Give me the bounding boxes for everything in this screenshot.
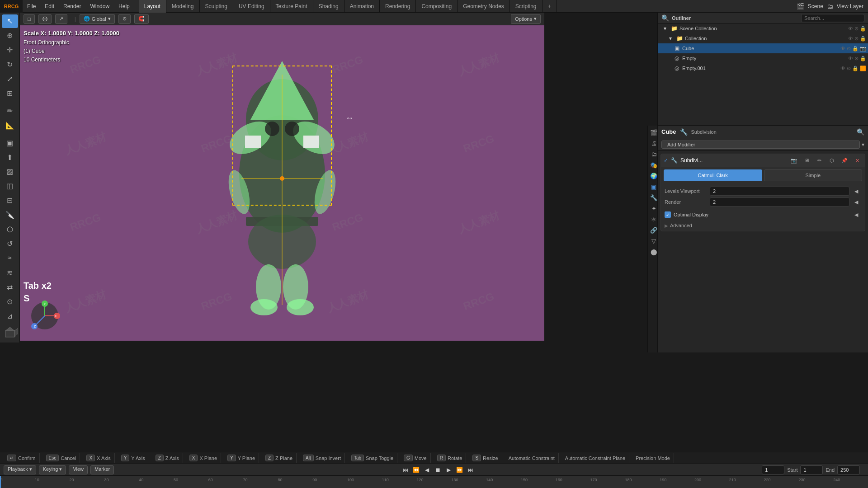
status-auto-constraint[interactable]: Automatic Constraint [505,453,559,463]
status-rotate[interactable]: R Rotate [434,453,467,463]
status-x-axis[interactable]: X X Axis [83,453,114,463]
shear-tool[interactable]: ⊿ [2,309,18,323]
outliner-collection[interactable]: ▾ 📁 Collection 👁 ⊙ 🔒 [658,33,868,43]
view-menu[interactable]: View [69,465,88,474]
simple-btn[interactable]: Simple [764,169,863,181]
cursor-btn[interactable]: ⨁ [38,14,52,24]
modifier-cage-btn[interactable]: ⬡ [827,156,837,165]
select-tool[interactable]: ↖ [2,14,18,28]
workspace-geometry-nodes[interactable]: Geometry Nodes [458,0,510,13]
current-frame-input[interactable]: 1 [762,465,784,474]
3d-viewport[interactable]: RRCG人人素材RRCG人人素材 人人素材RRCG人人素材RRCG RRCG人人… [20,25,544,341]
select-box-btn[interactable]: □ [24,14,35,24]
play-btn[interactable]: ▶ [444,465,453,474]
workspace-uv-editing[interactable]: UV Editing [233,0,270,13]
inset-tool[interactable]: ▨ [2,165,18,178]
options-btn[interactable]: Options ▾ [511,14,541,24]
snap-btn[interactable]: 🧲 [134,14,149,24]
measure-tool[interactable]: 📐 [2,118,18,132]
shrink-flatten-tool[interactable]: ⊙ [2,295,18,308]
play-reverse-btn[interactable]: ◀ [423,465,432,474]
cursor-tool[interactable]: ⊕ [2,29,18,42]
workspace-rendering[interactable]: Rendering [380,0,416,13]
transform-tool[interactable]: ⊞ [2,87,18,100]
catmull-clark-btn[interactable]: Catmull-Clark [664,169,762,181]
modifier-close-btn[interactable]: ✕ [852,156,862,165]
levels-viewport-value[interactable]: 2 [710,187,849,196]
nav-gizmo[interactable]: X Y Z [29,300,61,332]
outliner-empty[interactable]: ◎ Empty 👁 ⊙ 🔒 [658,53,868,63]
optimal-display-checkbox[interactable]: ✓ [665,211,671,218]
extrude-tool[interactable]: ⬆ [2,150,18,164]
spin-tool[interactable]: ↺ [2,237,18,251]
status-x-plane[interactable]: X X Plane [186,453,221,463]
scale-tool[interactable]: ⤢ [2,72,18,86]
workspace-shading[interactable]: Shading [313,0,344,13]
status-y-axis[interactable]: Y Y Axis [118,453,149,463]
add-cube-tool[interactable]: ▣ [2,136,18,150]
menu-help[interactable]: Help [114,0,134,13]
stop-btn[interactable]: ⏹ [434,465,443,474]
workspace-animation[interactable]: Animation [344,0,380,13]
render-level-value[interactable]: 2 [710,197,849,206]
status-snap-toggle[interactable]: Tab Snap Toggle [348,453,397,463]
jump-start-btn[interactable]: ⏮ [401,465,410,474]
jump-end-btn[interactable]: ⏭ [466,465,475,474]
move-tool[interactable]: ✛ [2,43,18,57]
slide-relax-tool[interactable]: ⇄ [2,280,18,294]
loop-cut-tool[interactable]: ⊟ [2,194,18,207]
menu-window[interactable]: Window [85,0,114,13]
outliner-scene-collection[interactable]: ▾ 📁 Scene Collection 👁 ⊙ 🔒 [658,23,868,33]
end-frame-input[interactable]: 250 [837,465,860,474]
status-auto-constraint-plane[interactable]: Automatic Constraint Plane [561,453,629,463]
prop-search-icon[interactable]: 🔍 [857,128,864,136]
modifier-edit-btn[interactable]: ✏ [814,156,824,165]
status-snap-invert[interactable]: Alt Snap Invert [299,453,345,463]
status-z-plane[interactable]: Z Z Plane [262,453,297,463]
workspace-scripting[interactable]: Scripting [510,0,542,13]
keying-menu[interactable]: Keying ▾ [39,465,66,474]
status-z-axis[interactable]: Z Z Axis [152,453,183,463]
menu-render[interactable]: Render [59,0,85,13]
menu-edit[interactable]: Edit [40,0,59,13]
randomize-tool[interactable]: ≋ [2,266,18,279]
proportional-edit-btn[interactable]: ⊙ [118,14,131,24]
step-back-btn[interactable]: ⏪ [412,465,421,474]
levels-viewport-expand[interactable]: ◀ [851,187,861,196]
status-confirm[interactable]: ↵ Confirm [4,453,40,463]
nav-cube[interactable] [2,324,18,341]
global-transform-btn[interactable]: 🌐 Global ▾ [80,14,115,24]
add-modifier-button[interactable]: Add Modifier [661,141,860,149]
smooth-tool[interactable]: ≈ [2,251,18,265]
workspace-sculpting[interactable]: Sculpting [200,0,233,13]
render-level-expand[interactable]: ◀ [851,197,861,206]
status-cancel[interactable]: Esc Cancel [42,453,80,463]
outliner-search[interactable] [801,14,864,22]
status-precision-mode[interactable]: Precision Mode [632,453,674,463]
modifier-render-btn[interactable]: 🖥 [802,156,811,165]
modifier-pin-btn[interactable]: 📌 [840,156,849,165]
advanced-row[interactable]: ▶ Advanced [661,220,865,231]
status-resize[interactable]: S Resize [469,453,502,463]
transform-mode-btn[interactable]: ↗ [55,14,67,24]
outliner-cube[interactable]: ▣ Cube 👁 ⊙ 🔒 📷 [658,43,868,53]
status-move[interactable]: G Move [400,453,431,463]
start-frame-input[interactable]: 1 [800,465,823,474]
bevel-tool[interactable]: ◫ [2,179,18,193]
workspace-modeling[interactable]: Modeling [166,0,200,13]
workspace-texture-paint[interactable]: Texture Paint [270,0,313,13]
optimal-display-info[interactable]: ◀ [851,210,861,219]
marker-menu[interactable]: Marker [90,465,114,474]
step-forward-btn[interactable]: ⏩ [455,465,464,474]
timeline-ruler[interactable]: 1 10 20 30 40 50 60 70 80 90 100 110 120… [0,476,868,488]
modifier-toggle-icon[interactable]: ✓ [664,157,668,164]
rotate-tool[interactable]: ↻ [2,58,18,71]
knife-tool[interactable]: 🔪 [2,208,18,222]
poly-build-tool[interactable]: ⬡ [2,223,18,236]
workspace-compositing[interactable]: Compositing [416,0,458,13]
annotate-tool[interactable]: ✏ [2,104,18,117]
outliner-empty-001[interactable]: ◎ Empty.001 👁 ⊙ 🔒 🟧 [658,63,868,73]
workspace-add[interactable]: + [542,0,557,13]
modifier-realtime-btn[interactable]: 📷 [789,156,799,165]
menu-file[interactable]: File [23,0,40,13]
